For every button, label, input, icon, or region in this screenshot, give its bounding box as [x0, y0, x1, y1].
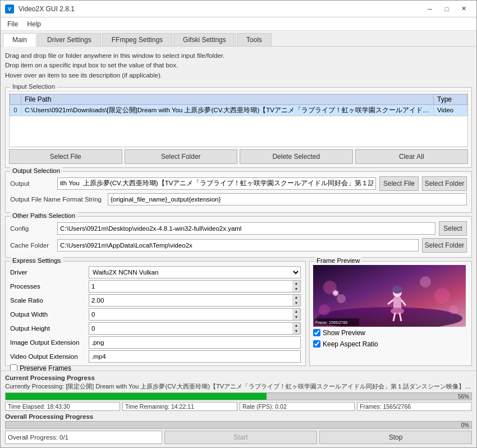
bottom-section: Current Processing Progress Currently Pr…: [1, 371, 476, 447]
preview-checkboxes: Show Preview Keep Aspect Ratio: [313, 329, 468, 350]
delete-selected-button[interactable]: Delete Selected: [240, 149, 353, 164]
two-panel: Express Settings Driver Waifu2X NCNN Vul…: [5, 261, 472, 366]
format-row: Output File Name Format String: [10, 193, 467, 205]
cache-select-folder-button[interactable]: Select Folder: [422, 238, 467, 253]
close-button[interactable]: ✕: [455, 3, 472, 15]
other-paths-title: Other Paths Selection: [10, 212, 77, 219]
row-type: Video: [434, 104, 467, 116]
preserve-frames-label: Preserve Frames: [20, 364, 71, 371]
format-input[interactable]: [108, 193, 467, 205]
tab-driver-settings[interactable]: Driver Settings: [38, 33, 101, 46]
output-width-input[interactable]: [89, 308, 292, 321]
current-progress-bar-container: 56%: [5, 392, 472, 400]
cache-label: Cache Folder: [10, 242, 55, 249]
instructions: Drag and drop file or folder anywhere in…: [5, 51, 472, 80]
scale-ratio-up-button[interactable]: ▲: [292, 295, 300, 300]
time-remaining-stat: Time Remaining: 14:22:11: [122, 402, 237, 411]
svg-point-7: [319, 304, 330, 316]
scale-ratio-label: Scale Ratio: [10, 297, 89, 304]
keep-aspect-row: Keep Aspect Ratio: [313, 340, 468, 348]
show-preview-checkbox[interactable]: [313, 329, 320, 336]
output-width-label: Output Width: [10, 311, 89, 318]
current-progress-percent: 56%: [458, 393, 469, 400]
frame-preview-group: Frame Preview: [309, 261, 472, 366]
output-select-file-button[interactable]: Select File: [379, 176, 419, 191]
overall-progress-title: Overall Processing Progress: [5, 413, 472, 420]
output-height-input[interactable]: [89, 322, 292, 335]
processes-down-button[interactable]: ▼: [292, 286, 300, 292]
output-row: Output Select File Select Folder: [10, 176, 467, 191]
stats-row: Time Elapsed: 18:43:30 Time Remaining: 1…: [5, 402, 472, 411]
svg-point-11: [334, 290, 337, 296]
video-ext-input[interactable]: [89, 350, 301, 363]
processes-row: Processes ▲ ▼: [10, 280, 301, 292]
output-label: Output: [10, 180, 55, 187]
image-ext-input[interactable]: [89, 336, 301, 349]
output-height-row: Output Height ▲ ▼: [10, 322, 301, 335]
preview-image: Frame: 1565/2766: [313, 265, 466, 327]
output-width-down-button[interactable]: ▼: [292, 314, 300, 320]
frames-stat: Frames: 1565/2766: [357, 402, 472, 411]
processes-input[interactable]: [89, 280, 292, 292]
window-title: Video2X GUI 2.8.1: [19, 5, 75, 13]
driver-row: Driver Waifu2X NCNN Vulkan: [10, 266, 301, 278]
window-controls: ─ □ ✕: [421, 3, 472, 15]
file-table: File Path Type 0 C:\Users\0921m\Download…: [10, 94, 467, 116]
output-input[interactable]: [57, 177, 376, 190]
cache-input[interactable]: [57, 239, 419, 252]
driver-select[interactable]: Waifu2X NCNN Vulkan: [89, 266, 301, 278]
select-file-button[interactable]: Select File: [9, 149, 122, 164]
select-folder-button[interactable]: Select Folder: [125, 149, 238, 164]
output-width-row: Output Width ▲ ▼: [10, 308, 301, 321]
tab-main[interactable]: Main: [3, 33, 36, 47]
input-selection-group: Input Selection File Path Type 0 C:\User…: [5, 87, 472, 168]
scale-ratio-row: Scale Ratio ▲ ▼: [10, 294, 301, 307]
output-select-folder-button[interactable]: Select Folder: [422, 176, 467, 191]
table-row[interactable]: 0 C:\Users\0921m\Downloads\[限定公開]Dream w…: [10, 104, 467, 116]
output-height-label: Output Height: [10, 325, 89, 332]
maximize-button[interactable]: □: [438, 3, 455, 15]
current-progress-fill: [6, 393, 267, 400]
input-selection-title: Input Selection: [10, 83, 57, 90]
tab-bar: Main Driver Settings FFmpeg Settings Gif…: [1, 31, 476, 47]
overall-progress-bar-container: 0%: [5, 421, 472, 429]
keep-aspect-checkbox[interactable]: [313, 340, 320, 348]
scale-ratio-input[interactable]: [89, 294, 292, 307]
preserve-frames-row: Preserve Frames: [10, 364, 301, 371]
show-preview-row: Show Preview: [313, 329, 468, 337]
minimize-button[interactable]: ─: [421, 3, 438, 15]
processes-label: Processes: [10, 283, 89, 290]
menu-help[interactable]: Help: [22, 19, 45, 29]
other-paths-group: Other Paths Selection Config Select Cach…: [5, 216, 472, 258]
preserve-frames-checkbox[interactable]: [10, 364, 17, 371]
output-height-up-button[interactable]: ▲: [292, 323, 300, 328]
tab-tools[interactable]: Tools: [237, 33, 272, 46]
row-num: 0: [10, 104, 21, 116]
cache-row: Cache Folder Select Folder: [10, 238, 467, 253]
clear-all-button[interactable]: Clear All: [355, 149, 469, 164]
output-width-up-button[interactable]: ▲: [292, 309, 300, 314]
menu-file[interactable]: File: [3, 19, 22, 29]
svg-point-13: [392, 286, 402, 294]
preview-svg: Frame: 1565/2766: [313, 265, 466, 327]
processes-up-button[interactable]: ▲: [292, 281, 300, 286]
format-label: Output File Name Format String: [10, 196, 106, 203]
tab-ffmpeg-settings[interactable]: FFmpeg Settings: [102, 33, 172, 46]
overall-progress-percent: 0%: [461, 422, 469, 428]
image-ext-label: Image Output Extension: [10, 339, 89, 346]
menu-bar: File Help: [1, 17, 476, 31]
overall-progress-label: Overall Progress: 0/1: [5, 431, 162, 444]
svg-point-17: [391, 308, 404, 314]
stop-button[interactable]: Stop: [319, 431, 472, 444]
output-height-down-button[interactable]: ▼: [292, 328, 300, 334]
scale-ratio-down-button[interactable]: ▼: [292, 300, 300, 306]
processing-text: Currently Processing: [限定公開] Dream with …: [5, 382, 472, 391]
config-input[interactable]: [57, 222, 435, 235]
start-button[interactable]: Start: [164, 431, 317, 444]
svg-point-4: [337, 294, 346, 303]
col-num: [10, 94, 21, 104]
tab-gifski-settings[interactable]: Gifski Settings: [173, 33, 236, 46]
file-table-scroll[interactable]: File Path Type 0 C:\Users\0921m\Download…: [9, 91, 468, 147]
config-select-button[interactable]: Select: [439, 221, 467, 236]
rate-stat: Rate (FPS): 0.02: [240, 402, 355, 411]
